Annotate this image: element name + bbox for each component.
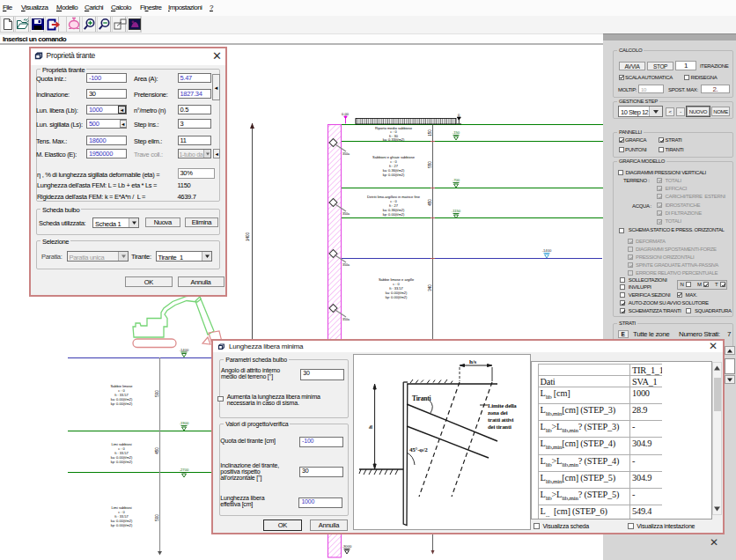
svg-text:-1900: -1900 [180,421,189,425]
svg-text:kp: 0.00(t/m2): kp: 0.00(t/m2) [111,523,133,527]
svg-text:-2700: -2700 [180,468,189,472]
svg-text:-150: -150 [453,130,460,135]
svg-text:Tiranti: Tiranti [412,394,431,402]
svg-text:zona dei: zona dei [488,409,508,416]
svg-text:-700: -700 [453,178,460,182]
svg-text:-1400: -1400 [542,248,552,253]
svg-text:1400: 1400 [246,232,250,241]
svg-text:350a: 350a [342,152,350,156]
svg-text:350a: 350a [342,263,350,267]
svg-text:450: 450 [428,199,432,206]
svg-text:350a: 350a [342,318,350,321]
svg-text:-3000: -3000 [342,544,352,549]
svg-text:340: 340 [428,284,432,291]
svg-text:kp: 0.00(t/m2): kp: 0.00(t/m2) [383,173,405,177]
svg-text:350a: 350a [342,212,350,216]
svg-text:ka: 0.33(t/m2): ka: 0.33(t/m2) [383,137,405,142]
svg-text:500: 500 [155,514,159,521]
svg-text:kp: 0.00(t/m2): kp: 0.00(t/m2) [111,402,133,406]
svg-text:Limite della: Limite della [488,402,517,409]
svg-text:450: 450 [155,447,159,454]
svg-text:500: 500 [155,390,159,397]
svg-text:150: 150 [428,129,432,136]
svg-text:kp: 0.00(t/m2): kp: 0.00(t/m2) [386,295,408,299]
svg-text:kp: 0.00(t/m2): kp: 0.00(t/m2) [383,212,405,217]
svg-text:-1400: -1400 [180,348,189,352]
svg-text:0.00: 0.00 [342,112,350,116]
svg-text:0: 0 [458,113,460,117]
svg-text:45°-φ/2: 45°-φ/2 [409,446,428,453]
svg-text:h: h [367,425,374,429]
svg-text:550: 550 [428,161,432,168]
svg-text:dei tiranti: dei tiranti [488,424,512,430]
svg-text:h/s: h/s [469,358,476,365]
svg-text:tratti attivi: tratti attivi [488,416,514,423]
svg-text:-1150: -1150 [452,209,461,213]
svg-text:kp: 0.00(t/m2): kp: 0.00(t/m2) [111,460,133,464]
